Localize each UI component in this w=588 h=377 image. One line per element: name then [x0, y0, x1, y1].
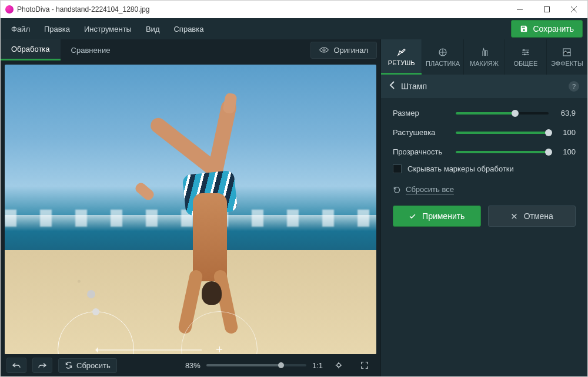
row-opacity: Прозрачность 100	[393, 147, 576, 156]
size-value: 63,9	[556, 109, 576, 117]
app-logo-icon	[5, 5, 14, 14]
tab-retouch-label: РЕТУШЬ	[388, 59, 415, 66]
check-icon	[409, 213, 416, 220]
feather-value: 100	[556, 128, 576, 137]
feather-label: Растушевка	[393, 128, 449, 137]
apply-button-label: Применить	[422, 211, 465, 221]
fullscreen-button[interactable]	[355, 358, 375, 373]
feather-slider[interactable]	[456, 132, 549, 134]
row-feather: Растушевка 100	[393, 128, 576, 137]
sliders-icon	[520, 47, 531, 58]
fit-screen-button[interactable]	[329, 358, 349, 373]
right-panel: РЕТУШЬ ПЛАСТИКА МАКИЯЖ ОБЩЕЕ ЭФФЕКТЫ	[380, 39, 587, 376]
close-icon	[510, 213, 518, 220]
save-icon	[520, 25, 528, 33]
reset-button[interactable]: Сбросить	[58, 358, 117, 373]
original-toggle[interactable]: Оригинал	[310, 42, 377, 59]
canvas-wrap	[1, 60, 380, 354]
menu-tools[interactable]: Инструменты	[78, 21, 138, 37]
svg-point-7	[523, 49, 524, 51]
reset-button-label: Сбросить	[76, 361, 111, 370]
reset-all-link[interactable]: Сбросить все	[381, 177, 587, 202]
tab-liquify[interactable]: ПЛАСТИКА	[422, 39, 463, 75]
window-controls	[506, 1, 587, 18]
tab-makeup-label: МАКИЯЖ	[470, 60, 499, 67]
effects-icon	[562, 47, 572, 58]
svg-point-5	[337, 363, 340, 367]
size-slider[interactable]	[456, 112, 549, 115]
svg-point-4	[323, 49, 325, 51]
size-label: Размер	[393, 109, 449, 117]
window-title: PhotoDiva - handstand-2224104_1280.jpg	[17, 5, 506, 14]
hide-markers-checkbox[interactable]	[393, 164, 402, 173]
titlebar: PhotoDiva - handstand-2224104_1280.jpg	[1, 1, 587, 18]
opacity-value: 100	[556, 147, 576, 156]
hide-markers-label: Скрывать маркеры обработки	[407, 164, 514, 173]
svg-point-8	[526, 52, 528, 53]
hide-markers-row[interactable]: Скрывать маркеры обработки	[381, 161, 587, 177]
menu-edit[interactable]: Правка	[38, 21, 76, 37]
menu-file[interactable]: Файл	[5, 21, 36, 37]
redo-button[interactable]	[32, 358, 52, 373]
menu-help[interactable]: Справка	[168, 21, 209, 37]
tab-retouch[interactable]: РЕТУШЬ	[381, 39, 422, 75]
tab-liquify-label: ПЛАСТИКА	[426, 60, 460, 67]
tab-process[interactable]: Обработка	[1, 39, 61, 60]
zoom-value: 83%	[185, 361, 201, 370]
tab-effects-label: ЭФФЕКТЫ	[551, 60, 583, 67]
tab-effects[interactable]: ЭФФЕКТЫ	[546, 39, 587, 75]
liquify-icon	[437, 47, 448, 58]
tab-makeup[interactable]: МАКИЯЖ	[463, 39, 505, 75]
undo-icon	[12, 362, 21, 369]
tab-general-label: ОБЩЕЕ	[514, 60, 538, 67]
editor-panel: Обработка Сравнение Оригинал	[1, 39, 380, 376]
zoom-slider[interactable]	[206, 364, 306, 366]
slider-group: Размер 63,9 Растушевка 100 Прозрачность	[381, 98, 587, 161]
fullscreen-icon	[360, 361, 369, 369]
section-header: Штамп ?	[381, 75, 587, 98]
makeup-icon	[479, 47, 490, 58]
menu-view[interactable]: Вид	[140, 21, 166, 37]
reset-all-label: Сбросить все	[406, 185, 454, 194]
save-button[interactable]: Сохранить	[511, 20, 583, 38]
reset-all-icon	[393, 186, 401, 194]
stamp-handle[interactable]	[87, 290, 95, 298]
redo-icon	[38, 362, 47, 369]
right-tabs: РЕТУШЬ ПЛАСТИКА МАКИЯЖ ОБЩЕЕ ЭФФЕКТЫ	[381, 39, 587, 75]
editor-tabs: Обработка Сравнение Оригинал	[1, 39, 380, 60]
undo-button[interactable]	[6, 358, 26, 373]
content-area: Обработка Сравнение Оригинал	[1, 39, 587, 376]
cancel-button[interactable]: Отмена	[488, 206, 576, 227]
action-row: Применить Отмена	[381, 202, 587, 230]
eye-icon	[319, 46, 329, 53]
original-label: Оригинал	[333, 46, 368, 55]
back-button[interactable]	[389, 81, 395, 92]
save-button-label: Сохранить	[533, 24, 574, 33]
apply-button[interactable]: Применить	[393, 206, 481, 227]
tab-compare[interactable]: Сравнение	[61, 41, 121, 60]
bottom-toolbar: Сбросить 83% 1:1	[1, 354, 380, 376]
zoom-1to1-button[interactable]: 1:1	[312, 361, 323, 370]
chevron-left-icon	[389, 81, 395, 89]
help-button[interactable]: ?	[569, 81, 579, 92]
minimize-button[interactable]	[506, 1, 533, 18]
image-canvas[interactable]	[5, 65, 376, 354]
fit-icon	[335, 361, 343, 369]
svg-rect-1	[544, 7, 550, 12]
retouch-icon	[396, 46, 407, 57]
section-title: Штамп	[401, 82, 563, 91]
row-size: Размер 63,9	[393, 109, 576, 117]
cancel-button-label: Отмена	[524, 211, 553, 221]
app-window: PhotoDiva - handstand-2224104_1280.jpg Ф…	[0, 0, 588, 377]
opacity-slider[interactable]	[456, 151, 549, 153]
close-button[interactable]	[560, 1, 587, 18]
menubar: Файл Правка Инструменты Вид Справка Сохр…	[1, 18, 587, 39]
svg-point-9	[524, 53, 526, 55]
tab-general[interactable]: ОБЩЕЕ	[505, 39, 546, 75]
maximize-button[interactable]	[533, 1, 560, 18]
opacity-label: Прозрачность	[393, 147, 449, 156]
reset-icon	[65, 361, 73, 369]
